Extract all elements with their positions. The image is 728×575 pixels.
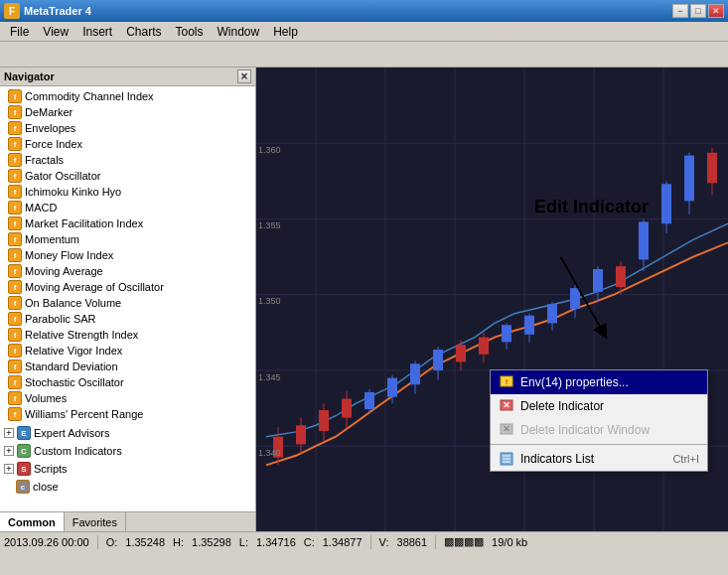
indicator-icon: f: [8, 232, 22, 246]
list-item[interactable]: f Relative Strength Index: [0, 327, 255, 343]
indicator-label: Volumes: [25, 392, 67, 404]
list-item[interactable]: f On Balance Volume: [0, 295, 255, 311]
list-item[interactable]: f Moving Average of Oscillator: [0, 279, 255, 295]
title-bar: F MetaTrader 4 − □ ✕: [0, 0, 728, 22]
status-open-label: O:: [106, 536, 118, 548]
list-item[interactable]: f Force Index: [0, 136, 255, 152]
svg-rect-39: [570, 288, 580, 309]
list-item[interactable]: f Market Facilitation Index: [0, 216, 255, 231]
app-icon: F: [4, 3, 20, 19]
svg-rect-45: [639, 221, 649, 259]
menu-charts[interactable]: Charts: [120, 24, 167, 40]
list-item[interactable]: f Money Flow Index: [0, 247, 255, 263]
status-high-label: H:: [173, 536, 184, 548]
custom-indicators-label: Custom Indicators: [34, 445, 122, 457]
context-menu-properties[interactable]: f Env(14) properties...: [491, 370, 707, 394]
indicator-icon: f: [8, 280, 22, 294]
maximize-button[interactable]: □: [690, 4, 706, 18]
list-item[interactable]: f Gator Oscillator: [0, 168, 255, 184]
close-button[interactable]: ✕: [708, 4, 724, 18]
svg-rect-47: [661, 184, 671, 223]
status-bars-count: 19/0 kb: [492, 536, 527, 548]
indicator-icon: f: [8, 296, 22, 310]
indicator-label: Force Index: [25, 138, 82, 150]
status-bar: 2013.09.26 00:00 O: 1.35248 H: 1.35298 L…: [0, 531, 728, 551]
status-divider: [97, 535, 98, 549]
chart-area[interactable]: 1.360 1.355 1.350 1.345 1.340 Edit Indic…: [256, 68, 728, 531]
list-item[interactable]: f Williams' Percent Range: [0, 406, 255, 422]
indicator-label: MACD: [25, 202, 57, 214]
indicator-icon: f: [8, 264, 22, 278]
context-menu-delete-indicator[interactable]: ✕ Delete Indicator: [491, 394, 707, 418]
indicators-list-icon: [499, 451, 514, 467]
title-bar-controls: − □ ✕: [672, 4, 724, 18]
expand-icon: +: [4, 446, 14, 456]
list-item[interactable]: f Momentum: [0, 231, 255, 247]
close-label: close: [33, 481, 59, 493]
menu-bar: File View Insert Charts Tools Window Hel…: [0, 22, 728, 42]
context-menu-indicators-list[interactable]: Indicators List Ctrl+I: [491, 447, 707, 471]
indicator-icon: f: [8, 344, 22, 358]
context-menu-delete-window: ✕ Delete Indicator Window: [491, 418, 707, 442]
indicator-icon: f: [8, 328, 22, 342]
menu-help[interactable]: Help: [267, 24, 304, 40]
expert-advisors-section[interactable]: + E Expert Advisors: [0, 424, 255, 442]
menu-tools[interactable]: Tools: [170, 24, 210, 40]
list-item[interactable]: f Commodity Channel Index: [0, 88, 255, 104]
menu-view[interactable]: View: [37, 24, 74, 40]
svg-text:1.345: 1.345: [258, 372, 281, 382]
status-open-val: 1.35248: [125, 536, 165, 548]
scripts-section[interactable]: + S Scripts: [0, 460, 255, 478]
tab-favorites[interactable]: Favorites: [65, 512, 126, 531]
indicator-icon: f: [8, 312, 22, 326]
navigator-close-button[interactable]: ×: [237, 70, 251, 83]
indicator-label: Relative Strength Index: [25, 329, 138, 341]
indicator-icon: f: [8, 359, 22, 373]
list-item[interactable]: f Moving Average: [0, 263, 255, 279]
indicator-icon: f: [8, 375, 22, 389]
list-item[interactable]: f Fractals: [0, 152, 255, 168]
list-item[interactable]: f Stochastic Oscillator: [0, 374, 255, 390]
list-item[interactable]: f DeMarker: [0, 104, 255, 120]
minimize-button[interactable]: −: [672, 4, 688, 18]
expert-icon: E: [17, 426, 31, 440]
indicator-label: Envelopes: [25, 122, 75, 134]
svg-text:1.340: 1.340: [258, 448, 281, 458]
close-section[interactable]: c close: [0, 478, 255, 496]
status-volume-val: 38861: [397, 536, 428, 548]
svg-rect-15: [296, 425, 306, 444]
list-item[interactable]: f MACD: [0, 200, 255, 216]
menu-file[interactable]: File: [4, 24, 35, 40]
indicator-label: Gator Oscillator: [25, 170, 100, 182]
status-low-val: 1.34716: [256, 536, 296, 548]
list-item[interactable]: f Envelopes: [0, 120, 255, 136]
close-icon: c: [16, 480, 30, 494]
svg-rect-19: [342, 399, 352, 418]
delete-indicator-icon: ✕: [499, 398, 514, 414]
list-item[interactable]: f Ichimoku Kinko Hyo: [0, 184, 255, 200]
svg-rect-35: [524, 316, 534, 335]
tab-common[interactable]: Common: [0, 512, 65, 531]
properties-label: Env(14) properties...: [520, 375, 629, 389]
indicator-label: Moving Average of Oscillator: [25, 281, 164, 293]
svg-text:✕: ✕: [503, 424, 510, 434]
indicator-label: Standard Deviation: [25, 360, 118, 372]
indicator-icon: f: [8, 216, 22, 230]
indicator-icon: f: [8, 121, 22, 135]
custom-indicators-section[interactable]: + C Custom Indicators: [0, 442, 255, 460]
menu-insert[interactable]: Insert: [76, 24, 118, 40]
navigator-content[interactable]: f Commodity Channel Index f DeMarker f E…: [0, 86, 255, 511]
list-item[interactable]: f Standard Deviation: [0, 359, 255, 374]
indicators-list-shortcut: Ctrl+I: [672, 453, 699, 465]
status-bars: ▩▩▩▩: [444, 535, 484, 548]
svg-text:1.355: 1.355: [258, 220, 281, 230]
menu-window[interactable]: Window: [212, 24, 266, 40]
list-item[interactable]: f Parabolic SAR: [0, 311, 255, 327]
list-item[interactable]: f Relative Vigor Index: [0, 343, 255, 359]
svg-rect-29: [456, 345, 466, 361]
indicator-label: Market Facilitation Index: [25, 217, 143, 229]
list-item[interactable]: f Volumes: [0, 390, 255, 406]
expand-icon: +: [4, 464, 14, 474]
indicator-icon: f: [8, 153, 22, 167]
scripts-icon: S: [17, 462, 31, 476]
